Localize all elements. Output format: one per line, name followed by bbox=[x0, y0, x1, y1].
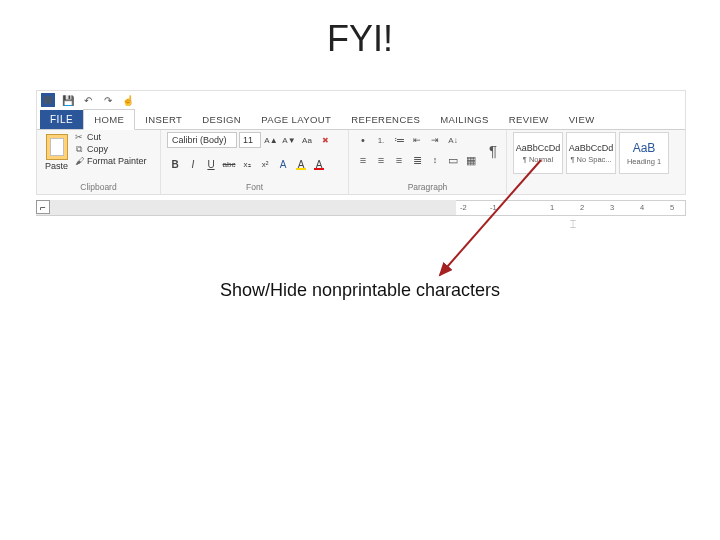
paste-label: Paste bbox=[45, 161, 68, 171]
tab-page-layout[interactable]: PAGE LAYOUT bbox=[251, 110, 341, 129]
ribbon-tabs: FILE HOME INSERT DESIGN PAGE LAYOUT REFE… bbox=[37, 109, 685, 130]
format-painter-label: Format Painter bbox=[87, 156, 147, 166]
tab-selector-icon[interactable]: ⌐ bbox=[36, 200, 50, 214]
style-no-spacing[interactable]: AaBbCcDd ¶ No Spac... bbox=[566, 132, 616, 174]
show-hide-pilcrow-button[interactable]: ¶ bbox=[486, 132, 500, 168]
ruler-mark: 4 bbox=[640, 203, 644, 212]
ruler-mark: 2 bbox=[580, 203, 584, 212]
ruler-mark: -2 bbox=[460, 203, 467, 212]
sort-button[interactable]: A↓ bbox=[445, 132, 461, 148]
superscript-button[interactable]: x² bbox=[257, 156, 273, 172]
ruler-mark: 5 bbox=[670, 203, 674, 212]
copy-button[interactable]: ⧉ Copy bbox=[74, 144, 147, 154]
tab-home[interactable]: HOME bbox=[83, 109, 135, 130]
tab-mailings[interactable]: MAILINGS bbox=[430, 110, 499, 129]
word-app-icon: W bbox=[41, 93, 55, 107]
text-cursor-icon: ⌶ bbox=[570, 218, 576, 229]
font-name-select[interactable]: Calibri (Body) bbox=[167, 132, 237, 148]
bold-button[interactable]: B bbox=[167, 156, 183, 172]
ruler-mark: -1 bbox=[490, 203, 497, 212]
justify-button[interactable]: ≣ bbox=[409, 152, 425, 168]
grow-font-button[interactable]: A▲ bbox=[263, 132, 279, 148]
annotation-caption: Show/Hide nonprintable characters bbox=[0, 280, 720, 301]
shrink-font-button[interactable]: A▼ bbox=[281, 132, 297, 148]
italic-button[interactable]: I bbox=[185, 156, 201, 172]
copy-label: Copy bbox=[87, 144, 108, 154]
group-font: Calibri (Body) 11 A▲ A▼ Aa ✖ B I U abc x… bbox=[161, 130, 349, 194]
group-clipboard: Paste ✂ Cut ⧉ Copy 🖌 Format Painter bbox=[37, 130, 161, 194]
tab-insert[interactable]: INSERT bbox=[135, 110, 192, 129]
strikethrough-button[interactable]: abc bbox=[221, 156, 237, 172]
bullets-button[interactable]: • bbox=[355, 132, 371, 148]
multilevel-list-button[interactable]: ≔ bbox=[391, 132, 407, 148]
style-preview: AaBbCcDd bbox=[516, 143, 561, 153]
tab-view[interactable]: VIEW bbox=[559, 110, 605, 129]
cut-label: Cut bbox=[87, 132, 101, 142]
tab-review[interactable]: REVIEW bbox=[499, 110, 559, 129]
save-icon[interactable]: 💾 bbox=[61, 93, 75, 107]
style-heading-1[interactable]: AaB Heading 1 bbox=[619, 132, 669, 174]
shading-button[interactable]: ▭ bbox=[445, 152, 461, 168]
underline-button[interactable]: U bbox=[203, 156, 219, 172]
align-center-button[interactable]: ≡ bbox=[373, 152, 389, 168]
paste-icon bbox=[46, 134, 68, 160]
font-color-button[interactable]: A bbox=[311, 156, 327, 172]
style-name-label: ¶ No Spac... bbox=[570, 155, 611, 164]
text-effects-button[interactable]: A bbox=[275, 156, 291, 172]
tab-design[interactable]: DESIGN bbox=[192, 110, 251, 129]
slide-title: FYI! bbox=[0, 18, 720, 60]
highlight-button[interactable]: A bbox=[293, 156, 309, 172]
group-clipboard-label: Clipboard bbox=[43, 181, 154, 194]
cut-button[interactable]: ✂ Cut bbox=[74, 132, 147, 142]
style-normal[interactable]: AaBbCcDd ¶ Normal bbox=[513, 132, 563, 174]
borders-button[interactable]: ▦ bbox=[463, 152, 479, 168]
touch-mode-icon[interactable]: ☝ bbox=[121, 93, 135, 107]
increase-indent-button[interactable]: ⇥ bbox=[427, 132, 443, 148]
ruler-inactive-region bbox=[36, 200, 456, 216]
ruler-active-region: -2 -1 1 2 3 4 5 bbox=[456, 200, 686, 216]
decrease-indent-button[interactable]: ⇤ bbox=[409, 132, 425, 148]
copy-icon: ⧉ bbox=[74, 144, 84, 154]
group-styles: AaBbCcDd ¶ Normal AaBbCcDd ¶ No Spac... … bbox=[507, 130, 685, 194]
change-case-button[interactable]: Aa bbox=[299, 132, 315, 148]
group-paragraph-label: Paragraph bbox=[355, 181, 500, 194]
word-ribbon: W 💾 ↶ ↷ ☝ FILE HOME INSERT DESIGN PAGE L… bbox=[36, 90, 686, 195]
numbering-button[interactable]: 1. bbox=[373, 132, 389, 148]
group-font-label: Font bbox=[167, 181, 342, 194]
style-name-label: Heading 1 bbox=[627, 157, 661, 166]
undo-icon[interactable]: ↶ bbox=[81, 93, 95, 107]
align-right-button[interactable]: ≡ bbox=[391, 152, 407, 168]
cut-icon: ✂ bbox=[74, 132, 84, 142]
group-paragraph: • 1. ≔ ⇤ ⇥ A↓ ≡ ≡ ≡ ≣ ↕ ▭ ▦ bbox=[349, 130, 507, 194]
format-painter-icon: 🖌 bbox=[74, 156, 84, 166]
style-preview: AaBbCcDd bbox=[569, 143, 614, 153]
subscript-button[interactable]: x₂ bbox=[239, 156, 255, 172]
tab-references[interactable]: REFERENCES bbox=[341, 110, 430, 129]
ruler-mark: 3 bbox=[610, 203, 614, 212]
callout-arrow bbox=[0, 0, 720, 540]
ruler-mark: 1 bbox=[550, 203, 554, 212]
style-preview: AaB bbox=[633, 141, 656, 155]
tab-file[interactable]: FILE bbox=[40, 110, 83, 129]
font-size-select[interactable]: 11 bbox=[239, 132, 261, 148]
quick-access-toolbar: W 💾 ↶ ↷ ☝ bbox=[37, 91, 685, 109]
clear-formatting-button[interactable]: ✖ bbox=[317, 132, 333, 148]
paste-button[interactable]: Paste bbox=[43, 132, 70, 173]
format-painter-button[interactable]: 🖌 Format Painter bbox=[74, 156, 147, 166]
redo-icon[interactable]: ↷ bbox=[101, 93, 115, 107]
line-spacing-button[interactable]: ↕ bbox=[427, 152, 443, 168]
horizontal-ruler[interactable]: -2 -1 1 2 3 4 5 bbox=[36, 200, 686, 216]
style-name-label: ¶ Normal bbox=[523, 155, 553, 164]
align-left-button[interactable]: ≡ bbox=[355, 152, 371, 168]
ribbon-body: Paste ✂ Cut ⧉ Copy 🖌 Format Painter bbox=[37, 130, 685, 194]
